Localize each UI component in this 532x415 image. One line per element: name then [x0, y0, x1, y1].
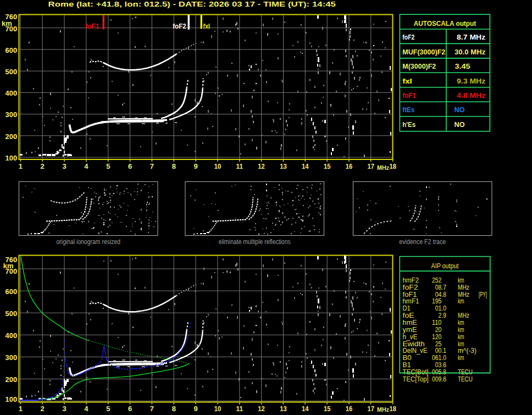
- svg-text:TECU: TECU: [458, 375, 473, 383]
- svg-text:2: 2: [41, 162, 45, 170]
- svg-text:.9: .9: [441, 311, 446, 319]
- svg-text:2: 2: [41, 405, 45, 413]
- svg-text:8.7 MHz: 8.7 MHz: [455, 33, 486, 41]
- svg-text:4.8 MHz: 4.8 MHz: [455, 91, 486, 99]
- svg-text:11: 11: [236, 162, 243, 170]
- svg-text:evidence F2 trace: evidence F2 trace: [399, 238, 446, 246]
- svg-text:10: 10: [214, 162, 221, 170]
- svg-text:4: 4: [84, 405, 88, 413]
- svg-text:km: km: [458, 297, 464, 305]
- svg-text:foF1: foF1: [402, 91, 416, 99]
- svg-text:17: 17: [368, 405, 375, 413]
- svg-text:6: 6: [128, 162, 132, 170]
- svg-text:13: 13: [280, 405, 287, 413]
- svg-text:18: 18: [389, 162, 396, 170]
- svg-text:15: 15: [324, 405, 331, 413]
- svg-text:14: 14: [302, 405, 309, 413]
- svg-text:Rome (lat: +41.8, lon: 012.5): Rome (lat: +41.8, lon: 012.5) - DATE: 20…: [48, 0, 336, 8]
- svg-text:foF2: foF2: [402, 33, 414, 41]
- svg-text:15: 15: [324, 162, 331, 170]
- svg-text:600: 600: [5, 46, 17, 54]
- svg-text:100: 100: [5, 154, 17, 162]
- svg-text:[PY]: [PY]: [479, 290, 487, 298]
- svg-text:1: 1: [19, 405, 23, 413]
- svg-text:17: 17: [368, 162, 375, 170]
- svg-text:MHz: MHz: [377, 164, 389, 171]
- svg-text:4: 4: [84, 162, 88, 170]
- svg-text:h'Es: h'Es: [402, 120, 415, 129]
- svg-text:eliminate multiple reflections: eliminate multiple reflections: [219, 238, 291, 246]
- svg-text:600: 600: [5, 287, 17, 296]
- svg-text:200: 200: [5, 375, 17, 384]
- svg-text:700: 700: [5, 25, 17, 33]
- svg-text:8: 8: [172, 162, 176, 170]
- svg-text:NO: NO: [455, 106, 465, 114]
- svg-text:30.0 MHz: 30.0 MHz: [455, 48, 486, 56]
- svg-text:fxI: fxI: [402, 77, 412, 85]
- svg-text:100: 100: [5, 395, 17, 403]
- svg-text:.8: .8: [441, 290, 446, 298]
- svg-text:500: 500: [5, 68, 17, 76]
- svg-text:9: 9: [193, 405, 197, 413]
- svg-text:NO: NO: [455, 120, 465, 129]
- svg-text:12: 12: [258, 405, 265, 413]
- svg-text:5: 5: [106, 162, 110, 170]
- svg-text:3.45: 3.45: [455, 62, 471, 70]
- svg-text:AIP output: AIP output: [431, 262, 459, 270]
- svg-text:12: 12: [258, 162, 265, 170]
- svg-text:16: 16: [346, 405, 353, 413]
- svg-text:km: km: [458, 353, 464, 362]
- svg-text:3: 3: [62, 162, 66, 170]
- svg-text:9: 9: [193, 162, 197, 170]
- svg-text:16: 16: [346, 162, 353, 170]
- svg-text:400: 400: [5, 89, 17, 97]
- svg-text:13: 13: [280, 162, 287, 170]
- svg-text:7: 7: [150, 162, 154, 170]
- svg-text:AUTOSCALA output: AUTOSCALA output: [414, 19, 476, 27]
- svg-text:009: 009: [432, 375, 442, 383]
- svg-text:300: 300: [5, 353, 17, 362]
- svg-text:400: 400: [5, 331, 17, 340]
- svg-text:MHz: MHz: [377, 406, 389, 413]
- svg-text:11: 11: [236, 405, 243, 413]
- svg-text:500: 500: [5, 309, 17, 318]
- svg-text:14: 14: [302, 162, 309, 170]
- svg-text:7: 7: [150, 405, 154, 413]
- svg-text:original ionogram resized: original ionogram resized: [57, 238, 121, 246]
- svg-text:.6: .6: [441, 375, 446, 383]
- svg-text:foF2: foF2: [173, 22, 186, 30]
- svg-text:10: 10: [214, 405, 221, 413]
- svg-text:MUF(3000)F2: MUF(3000)F2: [402, 48, 445, 56]
- svg-text:700: 700: [5, 267, 17, 275]
- svg-text:TEC[Top]: TEC[Top]: [403, 375, 429, 383]
- svg-text:foF1: foF1: [86, 22, 99, 30]
- svg-text:9.3 MHz: 9.3 MHz: [455, 77, 486, 85]
- svg-text:5: 5: [106, 405, 110, 413]
- svg-text:8: 8: [172, 405, 176, 413]
- svg-text:6: 6: [128, 405, 132, 413]
- svg-text:M(3000)F2: M(3000)F2: [402, 62, 436, 70]
- svg-text:ftEs: ftEs: [402, 106, 414, 114]
- svg-text:18: 18: [389, 405, 396, 413]
- svg-text:300: 300: [5, 110, 17, 119]
- svg-text:1: 1: [19, 162, 23, 170]
- svg-text:200: 200: [5, 132, 17, 141]
- svg-text:3: 3: [62, 405, 66, 413]
